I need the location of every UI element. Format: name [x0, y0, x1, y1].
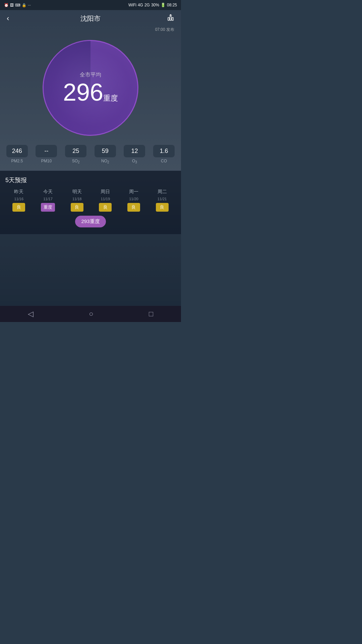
forecast-day-sunday: 周日 11/19 良: [99, 189, 112, 212]
day-date-monday: 11/20: [129, 197, 138, 201]
pollutant-so2: 25 SO2: [65, 145, 86, 164]
wifi-icon: WiFi: [128, 3, 136, 7]
svg-rect-1: [172, 17, 173, 20]
o3-label: O3: [132, 159, 137, 164]
forecast-days: 昨天 11/16 良 今天 11/17 重度 明天 11/18 良 周日 11/…: [5, 189, 176, 212]
day-label-tuesday: 周二: [158, 189, 167, 195]
day-badge-monday: 良: [127, 203, 140, 212]
pollutant-pm10: -- PM10: [36, 145, 57, 164]
forecast-day-today: 今天 11/17 重度: [41, 189, 55, 212]
day-date-tomorrow: 11/18: [72, 197, 82, 201]
pollutant-pm25: 246 PM2.5: [6, 145, 28, 164]
pm10-label: PM10: [41, 159, 52, 163]
day-date-sunday: 11/19: [101, 197, 110, 201]
page-title: 沈阳市: [80, 14, 101, 23]
svg-rect-0: [168, 17, 169, 20]
signal-2g-icon: 2G: [144, 3, 150, 7]
pollutants-section: 246 PM2.5 -- PM10 25 SO2 59 NO2 12 O3 1.…: [0, 145, 181, 171]
co-value: 1.6: [157, 148, 171, 155]
day-date-tuesday: 11/21: [158, 197, 167, 201]
day-badge-tuesday: 良: [156, 203, 169, 212]
forecast-day-monday: 周一 11/20 良: [127, 189, 140, 212]
share-button[interactable]: [167, 14, 174, 23]
day-badge-yesterday: 良: [12, 203, 25, 212]
popup-bubble: 293重度: [75, 216, 106, 227]
day-badge-today: 重度: [41, 203, 55, 212]
day-label-today: 今天: [43, 189, 53, 195]
forecast-day-tomorrow: 明天 11/18 良: [71, 189, 83, 212]
image-icon: 🖼: [10, 3, 14, 7]
day-badge-sunday: 良: [99, 203, 112, 212]
more-icon: ···: [28, 3, 31, 7]
pollutant-co: 1.6 CO: [153, 145, 175, 164]
bottom-nav: ◁ ○ □: [0, 306, 181, 322]
pm25-value: 246: [10, 148, 24, 155]
aqi-circle: 全市平均 296 重度: [44, 41, 137, 135]
forecast-day-yesterday: 昨天 11/16 良: [12, 189, 25, 212]
nav-recent-button[interactable]: □: [149, 310, 153, 318]
signal-4g-icon: 4G: [138, 3, 143, 7]
o3-value: 12: [127, 148, 142, 155]
lock-icon: 🔒: [22, 3, 26, 7]
pollutant-o3: 12 O3: [124, 145, 145, 164]
no2-label: NO2: [101, 159, 109, 164]
o3-box: 12: [124, 145, 145, 157]
nav-home-button[interactable]: ○: [89, 310, 93, 318]
battery-icon: 🔋: [161, 3, 166, 7]
battery-text: 30%: [151, 3, 159, 7]
forecast-day-tuesday: 周二 11/21 良: [156, 189, 169, 212]
day-label-yesterday: 昨天: [14, 189, 23, 195]
forecast-section: 5天预报 昨天 11/16 良 今天 11/17 重度 明天 11/18 良 周…: [0, 171, 181, 234]
forecast-popup: 293重度: [5, 216, 176, 227]
day-label-tomorrow: 明天: [72, 189, 82, 195]
day-date-yesterday: 11/16: [14, 197, 24, 201]
day-badge-tomorrow: 良: [71, 203, 83, 212]
nav-back-button[interactable]: ◁: [28, 310, 34, 318]
status-bar: ⏰ 🖼 ⌨ 🔒 ··· WiFi 4G 2G 30% 🔋 08:25: [0, 0, 181, 10]
back-button[interactable]: ‹: [7, 14, 9, 23]
pm10-box: --: [36, 145, 57, 157]
so2-value: 25: [68, 148, 83, 155]
status-right-icons: WiFi 4G 2G 30% 🔋 08:25: [128, 3, 177, 7]
co-label: CO: [161, 159, 167, 163]
day-label-monday: 周一: [129, 189, 138, 195]
status-left-icons: ⏰ 🖼 ⌨ 🔒 ···: [4, 3, 31, 7]
aqi-value: 296: [63, 80, 103, 104]
no2-box: 59: [95, 145, 116, 157]
day-label-sunday: 周日: [101, 189, 110, 195]
publish-time: 07:00 发布: [0, 27, 181, 33]
pm25-label: PM2.5: [11, 159, 23, 163]
pm25-box: 246: [6, 145, 28, 157]
so2-box: 25: [65, 145, 86, 157]
forecast-title: 5天预报: [5, 176, 176, 184]
so2-label: SO2: [72, 159, 80, 164]
alarm-icon: ⏰: [4, 3, 9, 7]
day-date-today: 11/17: [43, 197, 53, 201]
aqi-level: 重度: [103, 93, 118, 103]
aqi-label: 全市平均: [80, 71, 101, 78]
header: ‹ 沈阳市: [0, 10, 181, 27]
pm10-value: --: [39, 148, 54, 155]
keyboard-icon: ⌨: [15, 3, 20, 7]
svg-rect-2: [170, 16, 171, 20]
clock: 08:25: [167, 3, 177, 7]
co-box: 1.6: [153, 145, 175, 157]
no2-value: 59: [98, 148, 113, 155]
aqi-section: 全市平均 296 重度: [0, 34, 181, 145]
pollutant-no2: 59 NO2: [95, 145, 116, 164]
